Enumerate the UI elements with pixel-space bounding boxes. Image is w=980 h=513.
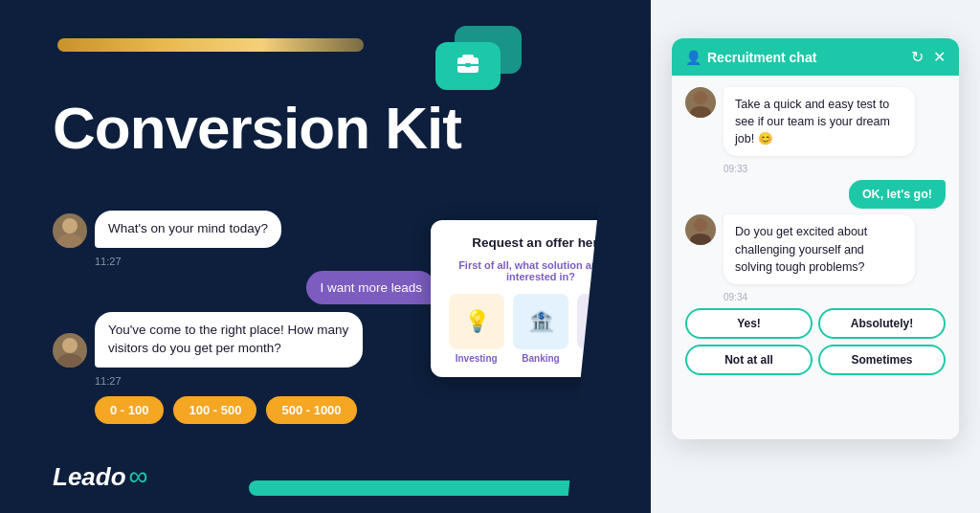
chat-time-2: 11:27 xyxy=(95,375,435,387)
main-title: Conversion Kit xyxy=(53,96,461,161)
svg-point-7 xyxy=(57,234,82,248)
widget-body: Take a quick and easy test to see if our… xyxy=(672,76,959,439)
billing-illustration: 🏢 xyxy=(583,300,627,344)
svg-point-9 xyxy=(57,353,82,368)
option-btn-2[interactable]: 500 - 1000 xyxy=(266,396,356,424)
widget-header-actions: ↻ ✕ xyxy=(911,48,946,66)
chat-time-1: 11:27 xyxy=(95,256,435,267)
svg-point-14 xyxy=(584,301,626,343)
investing-illustration: 💡 xyxy=(455,300,499,344)
option-buttons: 0 - 100 100 - 500 500 - 1000 xyxy=(95,396,435,424)
svg-text:🏢: 🏢 xyxy=(592,308,619,334)
svg-text:🏦: 🏦 xyxy=(527,308,554,334)
investing-icon-box: 💡 xyxy=(449,294,504,349)
option-btn-1[interactable]: 100 - 500 xyxy=(173,396,256,424)
offer-icons-row: 💡 Investing 🏦 Banking 🏢 xyxy=(444,294,637,364)
widget-message-2: Do you get excited about challenging you… xyxy=(685,214,946,283)
offer-card: Request an offer here! First of all, wha… xyxy=(431,220,651,377)
widget-option-grid: Yes! Absolutely! Not at all Sometimes xyxy=(685,308,946,375)
leadoo-logo: Leadо∞ xyxy=(53,461,148,492)
widget-bubble-1: Take a quick and easy test to see if our… xyxy=(724,87,915,156)
agent-bubble-2: You've come to the right place! How many… xyxy=(95,312,363,368)
option-btn-0[interactable]: 0 - 100 xyxy=(95,396,164,424)
widget-close-icon[interactable]: ✕ xyxy=(933,48,946,66)
agent-message-2: You've come to the right place! How many… xyxy=(53,312,435,368)
svg-point-17 xyxy=(690,106,711,118)
banking-illustration: 🏦 xyxy=(519,300,563,344)
widget-option-not-at-all[interactable]: Not at all xyxy=(685,345,813,375)
agent-avatar-1 xyxy=(53,213,87,248)
offer-card-title: Request an offer here! xyxy=(444,235,637,250)
widget-header: 👤 Recruitment chat ↻ ✕ xyxy=(672,38,959,76)
leadoo-infinity-icon: ∞ xyxy=(129,461,148,492)
offer-icon-billing[interactable]: 🏢 Billing xyxy=(577,294,633,364)
widget-avatar-2 xyxy=(685,214,716,245)
user-bubble-1: I want more leads xyxy=(306,271,435,304)
svg-point-18 xyxy=(694,218,707,232)
widget-time-2: 09:34 xyxy=(724,292,946,302)
banking-icon-box: 🏦 xyxy=(513,294,568,349)
banking-label: Banking xyxy=(522,353,559,364)
agent-avatar-2 xyxy=(53,333,87,368)
svg-rect-5 xyxy=(465,63,471,67)
teal-bottom-bar xyxy=(249,480,651,496)
user-message-1: I want more leads xyxy=(53,271,435,304)
chat-area: What's on your mind today? 11:27 I want … xyxy=(53,211,435,424)
widget-time-1: 09:33 xyxy=(724,164,946,174)
svg-point-8 xyxy=(62,338,78,353)
widget-refresh-icon[interactable]: ↻ xyxy=(911,48,924,66)
widget-message-1: Take a quick and easy test to see if our… xyxy=(685,87,946,156)
svg-text:💡: 💡 xyxy=(463,308,490,334)
chat-widget: 👤 Recruitment chat ↻ ✕ Take a quick and … xyxy=(672,38,959,439)
widget-bubble-2: Do you get excited about challenging you… xyxy=(724,214,915,283)
widget-reply-1: OK, let's go! xyxy=(685,180,946,209)
widget-option-absolutely[interactable]: Absolutely! xyxy=(818,308,946,339)
offer-icon-investing[interactable]: 💡 Investing xyxy=(449,294,504,364)
leadoo-text: Leadо xyxy=(53,462,126,492)
widget-reply-bubble-1: OK, let's go! xyxy=(849,180,946,209)
gold-bar xyxy=(57,38,364,52)
widget-title-text: Recruitment chat xyxy=(707,50,816,65)
svg-point-16 xyxy=(694,91,707,104)
offer-icon-banking[interactable]: 🏦 Banking xyxy=(513,294,568,364)
top-icons-area xyxy=(431,21,526,111)
widget-option-sometimes[interactable]: Sometimes xyxy=(818,345,946,375)
agent-message-1: What's on your mind today? xyxy=(53,211,435,248)
widget-option-yes[interactable]: Yes! xyxy=(685,308,813,339)
left-panel: Conversion Kit What's on your mind today… xyxy=(0,0,651,513)
widget-header-title: 👤 Recruitment chat xyxy=(685,50,816,65)
widget-avatar-1 xyxy=(685,87,716,118)
billing-label: Billing xyxy=(590,353,620,364)
right-panel: 👤 Recruitment chat ↻ ✕ Take a quick and … xyxy=(651,0,980,513)
widget-user-icon: 👤 xyxy=(685,50,702,65)
svg-point-6 xyxy=(62,218,78,234)
agent-bubble-1: What's on your mind today? xyxy=(95,211,281,248)
offer-card-subtitle: First of all, what solution are you inte… xyxy=(444,259,637,282)
chat-bubbles-icon xyxy=(431,21,526,107)
svg-rect-3 xyxy=(462,55,474,59)
investing-label: Investing xyxy=(456,353,498,364)
billing-icon-box: 🏢 xyxy=(577,294,633,349)
svg-point-19 xyxy=(690,234,711,245)
